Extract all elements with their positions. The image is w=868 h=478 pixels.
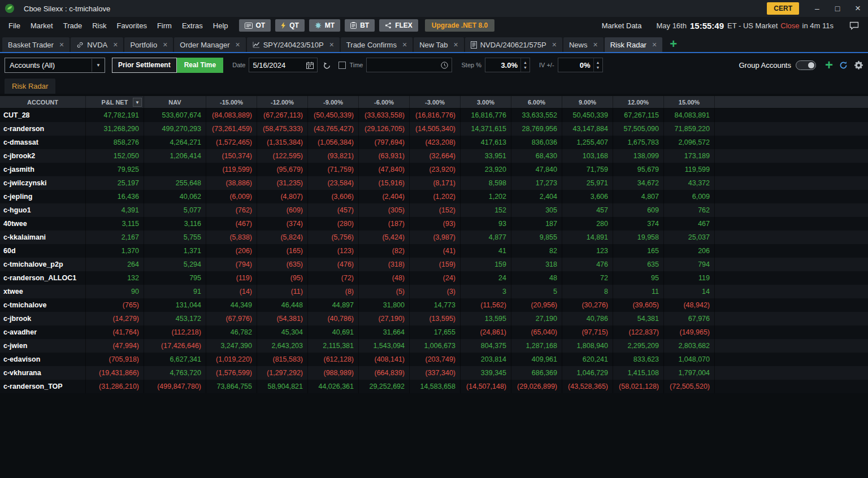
tab-nvda[interactable]: NVDA× (71, 37, 123, 52)
tab-close-icon[interactable]: × (593, 40, 597, 49)
tab-close-icon[interactable]: × (652, 40, 657, 49)
sort-desc-icon[interactable]: ▼ (133, 98, 142, 107)
clock-icon[interactable] (441, 62, 448, 69)
tab-portfolio[interactable]: Portfolio× (124, 37, 173, 52)
spin-down-icon[interactable]: ▼ (596, 65, 600, 70)
menu-item-help[interactable]: Help (208, 19, 233, 33)
table-row-c-avadher[interactable]: c-avadher(41,764)(112,218)46,78245,30440… (0, 325, 868, 339)
spinner-arrows[interactable]: ▲ ▼ (520, 58, 530, 72)
column-header-9-00[interactable]: -9.00% (308, 96, 359, 108)
table-row-c-vkhurana[interactable]: c-vkhurana(19,431,866)4,763,720(1,576,59… (0, 366, 868, 380)
chat-icon[interactable] (849, 21, 859, 30)
table-row-c-jwilczynski[interactable]: c-jwilczynski25,197255,648(38,886)(31,23… (0, 176, 868, 190)
tab-close-icon[interactable]: × (163, 40, 167, 49)
tab-order-manager[interactable]: Order Manager× (174, 37, 245, 52)
maximize-button[interactable]: □ (827, 0, 848, 17)
table-row-c-randerson[interactable]: c-randerson31,268,290499,270,293(73,261,… (0, 122, 868, 136)
table-row-c-randerson-alloc1[interactable]: c-randerson_ALLOC1132795(119)(95)(72)(48… (0, 271, 868, 285)
menu-item-file[interactable]: File (3, 19, 25, 33)
date-input[interactable]: 5/16/2024 (249, 58, 318, 72)
column-header-6-00[interactable]: -6.00% (359, 96, 410, 108)
value-cell: 50,450,339 (562, 108, 613, 122)
menu-item-market[interactable]: Market (25, 19, 58, 33)
market-data-menu[interactable]: Market Data (602, 21, 642, 30)
accounts-dropdown[interactable]: Accounts (All) ▼ (5, 58, 105, 73)
group-accounts-toggle[interactable] (796, 60, 816, 70)
time-checkbox[interactable] (338, 62, 346, 69)
step-spinner[interactable]: 3.0% ▲ ▼ (485, 58, 530, 72)
subtab-risk-radar[interactable]: Risk Radar (5, 79, 55, 94)
table-row-40twee[interactable]: 40twee3,1153,116(467)(374)(280)(187)(93)… (0, 217, 868, 231)
table-row-60d[interactable]: 60d1,3701,371(206)(165)(123)(82)(41)4182… (0, 244, 868, 258)
column-header-p-l-net[interactable]: P&L NET▼ (86, 96, 144, 108)
upgrade-dotnet-button[interactable]: Upgrade .NET 8.0 (425, 19, 494, 32)
minimize-button[interactable]: – (807, 0, 827, 17)
tab-close-icon[interactable]: × (235, 40, 240, 49)
column-header-3-00[interactable]: 3.00% (461, 96, 511, 108)
column-header-12-00[interactable]: 12.00% (613, 96, 664, 108)
tab-trade-confirms[interactable]: Trade Confirms× (341, 37, 413, 52)
column-header-9-00[interactable]: 9.00% (562, 96, 613, 108)
add-view-plus-icon[interactable]: + (825, 58, 833, 72)
time-input[interactable] (366, 58, 452, 72)
gear-icon[interactable] (854, 60, 863, 70)
spinner-arrows[interactable]: ▲ ▼ (593, 58, 602, 72)
column-header-nav[interactable]: NAV (144, 96, 206, 108)
spin-up-icon[interactable]: ▲ (596, 60, 600, 65)
tab-close-icon[interactable]: × (59, 40, 64, 49)
tool-button-bt[interactable]: BT (345, 19, 375, 32)
column-header-6-00[interactable]: 6.00% (511, 96, 562, 108)
tab-spy-240423-510p[interactable]: SPY/240423/510P× (247, 37, 340, 52)
table-row-c-jbrook2[interactable]: c-jbrook2152,0501,206,414(150,374)(122,5… (0, 149, 868, 163)
table-row-c-dmassat[interactable]: c-dmassat858,2764,264,271(1,572,465)(1,3… (0, 136, 868, 149)
tab-close-icon[interactable]: × (552, 40, 557, 49)
table-row-xtwee[interactable]: xtwee9091(14)(11)(8)(5)(3)3581114 (0, 285, 868, 298)
table-row-c-jwien[interactable]: c-jwien(47,994)(17,426,646)3,247,3902,64… (0, 339, 868, 353)
menu-item-risk[interactable]: Risk (87, 19, 111, 33)
tab-basket-trader[interactable]: Basket Trader× (2, 37, 70, 52)
calendar-icon[interactable] (306, 62, 314, 69)
tab-close-icon[interactable]: × (329, 40, 334, 49)
spin-up-icon[interactable]: ▲ (523, 60, 527, 65)
refresh-icon[interactable] (839, 60, 848, 70)
tool-button-ot[interactable]: OT (239, 19, 271, 32)
table-row-c-jbrook[interactable]: c-jbrook(14,279)453,172(67,976)(54,381)(… (0, 312, 868, 325)
tab-close-icon[interactable]: × (113, 40, 118, 49)
tool-button-flex[interactable]: FLEX (379, 19, 418, 32)
table-row-c-tmichalove-p2p[interactable]: c-tmichalove_p2p2645,294(794)(635)(476)(… (0, 258, 868, 271)
table-row-c-edavison[interactable]: c-edavison(705,918)6,627,341(1,019,220)(… (0, 353, 868, 366)
spin-down-icon[interactable]: ▼ (523, 65, 527, 70)
tab-nvda-240621-575p[interactable]: NVDA/240621/575P× (465, 37, 562, 52)
menu-item-extras[interactable]: Extras (177, 19, 208, 33)
table-row-c-tmichalove[interactable]: c-tmichalove(765)131,04444,34946,44844,8… (0, 298, 868, 312)
column-header-15-00[interactable]: -15.00% (206, 96, 257, 108)
table-row-c-randerson-top[interactable]: c-randerson_TOP(31,286,210)(499,847,780)… (0, 380, 868, 393)
real-time-button[interactable]: Real Time (177, 58, 223, 73)
tab-risk-radar[interactable]: Risk Radar× (605, 37, 662, 52)
menu-item-favorites[interactable]: Favorites (111, 19, 151, 33)
column-header-12-00[interactable]: -12.00% (257, 96, 308, 108)
new-tab-plus-icon[interactable]: + (670, 38, 677, 50)
tab-close-icon[interactable]: × (402, 40, 407, 49)
table-row-c-jepling[interactable]: c-jepling16,43640,062(6,009)(4,807)(3,60… (0, 190, 868, 203)
tab-new-tab[interactable]: New Tab× (414, 37, 464, 52)
close-button[interactable]: × (848, 0, 868, 17)
account-cell: c-edavison (0, 353, 86, 366)
table-row-c-jasmith[interactable]: c-jasmith79,925(119,599)(95,679)(71,759)… (0, 163, 868, 176)
menu-item-firm[interactable]: Firm (152, 19, 177, 33)
table-row-c-hguo1[interactable]: c-hguo14,3915,077(762)(609)(457)(305)(15… (0, 203, 868, 217)
table-row-cut-28[interactable]: CUT_2847,782,191533,607,674(84,083,889)(… (0, 108, 868, 122)
tab-close-icon[interactable]: × (453, 40, 458, 49)
column-header-3-00[interactable]: -3.00% (410, 96, 461, 108)
table-row-c-kkalaimani[interactable]: c-kkalaimani2,1675,755(5,838)(5,824)(5,7… (0, 231, 868, 244)
tab-news[interactable]: News× (563, 37, 604, 52)
tool-button-qt[interactable]: QT (275, 19, 305, 32)
tool-button-mt[interactable]: MT (309, 19, 340, 32)
prior-settlement-button[interactable]: Prior Settlement (112, 58, 177, 73)
reset-date-icon[interactable] (323, 62, 331, 69)
menu-item-trade[interactable]: Trade (58, 19, 87, 33)
column-header-account[interactable]: ACCOUNT (0, 96, 86, 108)
column-header-15-00[interactable]: 15.00% (664, 96, 715, 108)
iv-spinner[interactable]: 0% ▲ ▼ (558, 58, 603, 72)
value-cell: 29,252,692 (359, 380, 410, 393)
